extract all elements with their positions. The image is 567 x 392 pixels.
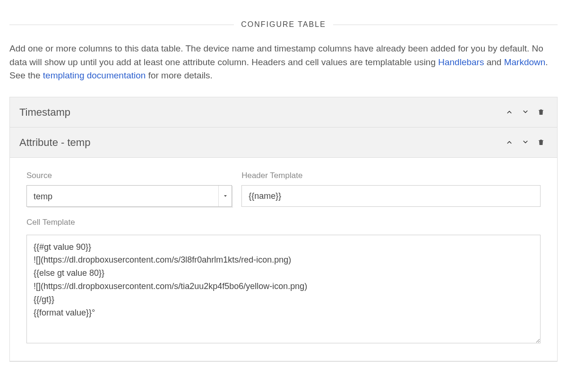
- move-up-icon[interactable]: [502, 105, 516, 119]
- dropdown-arrow-icon[interactable]: [218, 186, 232, 206]
- column-header-attribute[interactable]: Attribute - temp: [10, 128, 557, 158]
- column-header-timestamp[interactable]: Timestamp: [10, 97, 557, 128]
- delete-icon[interactable]: [534, 105, 548, 119]
- templating-docs-link[interactable]: templating documentation: [43, 70, 146, 80]
- column-actions: [502, 135, 548, 149]
- columns-panel: Timestamp Attribute - temp: [9, 97, 558, 362]
- markdown-link[interactable]: Markdown: [504, 57, 546, 67]
- column-actions: [502, 105, 548, 119]
- desc-part2: and: [484, 57, 504, 67]
- divider-line: [9, 25, 234, 25]
- description-text: Add one or more columns to this data tab…: [9, 42, 558, 83]
- source-select[interactable]: temp: [26, 185, 232, 207]
- divider-line: [333, 25, 558, 25]
- move-up-icon[interactable]: [502, 135, 516, 149]
- cell-template-label: Cell Template: [26, 216, 541, 229]
- handlebars-link[interactable]: Handlebars: [438, 57, 484, 67]
- header-template-label: Header Template: [241, 170, 541, 182]
- column-title: Timestamp: [19, 104, 502, 120]
- cell-template-input[interactable]: [26, 235, 541, 343]
- column-title: Attribute - temp: [19, 135, 502, 150]
- move-down-icon[interactable]: [518, 135, 533, 149]
- source-value: temp: [27, 186, 218, 206]
- delete-icon[interactable]: [534, 135, 548, 149]
- desc-part4: for more details.: [146, 70, 213, 80]
- section-divider: CONFIGURE TABLE: [9, 19, 558, 30]
- source-label: Source: [26, 170, 232, 182]
- column-editor: Source temp Header Template Cell Templat…: [10, 158, 557, 362]
- move-down-icon[interactable]: [518, 105, 533, 119]
- header-template-input[interactable]: [241, 185, 541, 207]
- section-title: CONFIGURE TABLE: [241, 19, 326, 30]
